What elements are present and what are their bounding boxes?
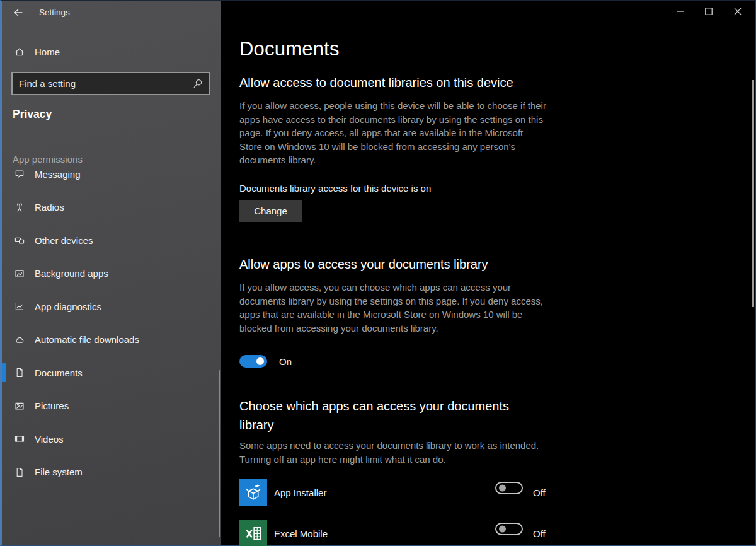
- messaging-icon: [14, 169, 25, 179]
- sidebar-item-background-apps[interactable]: Background apps: [2, 257, 221, 291]
- sidebar-scrollbar[interactable]: [219, 370, 220, 537]
- page-title: Documents: [239, 38, 340, 61]
- toggle-state-label: On: [279, 356, 292, 367]
- sidebar-item-other-devices[interactable]: Other devices: [2, 224, 221, 257]
- app-name: Excel Mobile: [274, 528, 328, 539]
- main-scrollbar[interactable]: [752, 80, 754, 307]
- home-icon: [14, 47, 25, 57]
- sidebar-item-label: File system: [35, 467, 83, 477]
- sidebar-item-radios[interactable]: Radios: [2, 191, 221, 224]
- sidebar-item-app-diagnostics[interactable]: App diagnostics: [2, 290, 221, 323]
- sidebar-item-pictures[interactable]: Pictures: [2, 390, 221, 423]
- sidebar-item-label: Background apps: [35, 268, 108, 279]
- toggle-knob: [499, 485, 506, 492]
- sidebar-item-label: Messaging: [35, 169, 81, 180]
- app-row-app-installer: App Installer Off: [239, 479, 750, 506]
- app-name: App Installer: [274, 487, 326, 498]
- sidebar-section-title: Privacy: [13, 108, 52, 121]
- selected-accent-bar: [2, 363, 6, 382]
- sidebar-item-label: Other devices: [35, 235, 93, 246]
- excel-tile-icon: [239, 520, 267, 546]
- choose-apps-heading: Choose which apps can access your docume…: [239, 397, 539, 434]
- sidebar-item-label: Home: [35, 47, 60, 57]
- choose-apps-description: Some apps need to access your documents …: [239, 439, 545, 466]
- window-controls: [665, 1, 752, 21]
- radio-tower-icon: [14, 202, 25, 212]
- sidebar-item-home[interactable]: Home: [2, 40, 221, 63]
- app-access-heading: Allow apps to access your documents libr…: [239, 257, 554, 272]
- back-arrow-icon: [13, 8, 24, 18]
- settings-window: Settings Home Privacy App permissions M: [0, 0, 756, 546]
- device-access-heading: Allow access to document libraries on th…: [239, 76, 554, 90]
- app-access-toggle[interactable]: [239, 355, 267, 368]
- page-icon: [14, 467, 25, 477]
- sidebar-item-file-system[interactable]: File system: [2, 456, 221, 489]
- sidebar-item-label: Documents: [35, 368, 83, 378]
- film-icon: [14, 434, 25, 444]
- app-installer-tile-icon: [239, 479, 267, 506]
- sidebar-group-title: App permissions: [13, 154, 83, 165]
- main-content: Documents Allow access to document libra…: [221, 1, 755, 545]
- sidebar-item-videos[interactable]: Videos: [2, 422, 221, 456]
- search-box[interactable]: [11, 72, 210, 95]
- sidebar-item-label: Pictures: [35, 400, 69, 411]
- sidebar-item-label: App diagnostics: [35, 301, 101, 312]
- document-icon: [14, 368, 25, 378]
- devices-icon: [14, 235, 25, 245]
- toggle-state-label: Off: [533, 487, 546, 498]
- close-button[interactable]: [723, 1, 752, 21]
- magnifier-icon: [192, 78, 203, 90]
- toggle-knob: [256, 357, 264, 365]
- sidebar-item-label: Radios: [35, 202, 64, 212]
- sidebar: Settings Home Privacy App permissions M: [2, 1, 221, 545]
- excel-mobile-toggle[interactable]: [495, 523, 523, 535]
- device-access-description: If you allow access, people using this d…: [239, 99, 548, 167]
- cloud-icon: [14, 335, 25, 345]
- toggle-state-label: Off: [533, 528, 546, 539]
- toggle-knob: [499, 526, 506, 533]
- app-title: Settings: [39, 8, 70, 17]
- app-window-icon: [14, 269, 25, 279]
- sidebar-item-messaging[interactable]: Messaging: [2, 169, 221, 191]
- sidebar-item-documents[interactable]: Documents: [2, 356, 221, 390]
- device-access-status: Documents library access for this device…: [239, 183, 431, 194]
- search-input[interactable]: [13, 78, 192, 89]
- minimize-button[interactable]: [665, 1, 694, 21]
- sidebar-item-label: Automatic file downloads: [35, 334, 139, 345]
- app-access-toggle-row: On: [239, 355, 292, 368]
- sidebar-item-automatic-file-downloads[interactable]: Automatic file downloads: [2, 323, 221, 357]
- sidebar-nav-list: Messaging Radios Other devic: [2, 169, 221, 545]
- app-access-description: If you allow access, you can choose whic…: [239, 281, 549, 335]
- change-button[interactable]: Change: [239, 200, 302, 222]
- sidebar-item-label: Videos: [35, 434, 64, 444]
- maximize-button[interactable]: [694, 1, 723, 21]
- chart-icon: [14, 301, 25, 311]
- picture-icon: [14, 401, 25, 411]
- app-row-excel-mobile: Excel Mobile Off: [239, 520, 750, 546]
- app-installer-toggle[interactable]: [495, 482, 523, 494]
- back-button[interactable]: [9, 5, 27, 20]
